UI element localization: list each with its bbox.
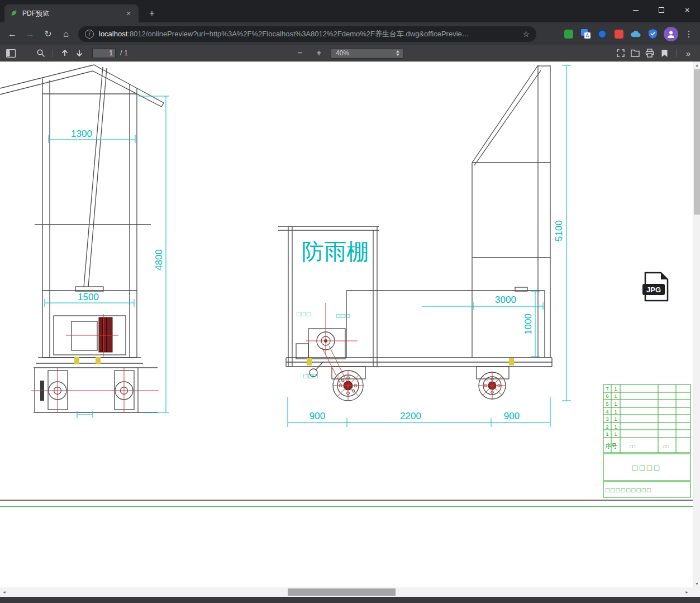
dim-label-1300: 1300	[71, 129, 92, 139]
dim-label-4800: 4800	[154, 249, 164, 270]
page-up-icon[interactable]	[58, 46, 72, 60]
back-icon[interactable]: ←	[3, 25, 21, 43]
zoom-in-button[interactable]: +	[312, 46, 326, 60]
profile-avatar[interactable]	[664, 27, 678, 41]
browser-menu-icon[interactable]: ⋮	[681, 26, 697, 42]
zoom-select[interactable]: 40%	[331, 48, 403, 59]
zoom-out-button[interactable]: −	[293, 46, 307, 60]
extension-area: ⋮	[560, 26, 697, 42]
minimize-icon	[633, 10, 639, 11]
bom-row-qty: 1	[614, 424, 617, 430]
page-down-icon[interactable]	[72, 46, 87, 60]
extension-green-glyph	[564, 30, 573, 39]
dim-label-1500: 1500	[78, 292, 99, 302]
home-icon[interactable]: ⌂	[57, 25, 75, 43]
maximize-button[interactable]	[649, 0, 674, 20]
small-annotation-2: □□□	[336, 312, 350, 320]
scroll-up-icon[interactable]: ▲	[693, 61, 700, 69]
window-controls: ✕	[623, 0, 700, 22]
presentation-mode-icon[interactable]	[613, 46, 628, 60]
bom-row-number: 7	[606, 386, 608, 392]
pdf-toolbar-right: »	[613, 45, 696, 61]
bom-header-no: 序号	[605, 443, 617, 449]
pdf-toolbar-center: − + 40%	[293, 45, 403, 61]
search-icon[interactable]	[34, 46, 48, 60]
viewer-background-strip	[0, 597, 700, 603]
sidebar-toggle-icon[interactable]	[3, 46, 18, 60]
browser-titlebar: PDF预览 ✕ + ✕	[0, 0, 700, 22]
bom-row-number: 4	[606, 409, 608, 415]
bookmark-star-icon[interactable]: ☆	[522, 30, 530, 39]
page-number-input[interactable]	[92, 48, 116, 58]
extension-blue-glyph	[598, 30, 607, 39]
extension-icon-shield[interactable]	[644, 26, 661, 42]
scroll-down-icon[interactable]: ▼	[693, 580, 700, 587]
dim-label-5100: 5100	[554, 220, 564, 241]
extension-icon-blue-circle[interactable]	[594, 26, 611, 42]
jpg-file-icon: JPG	[642, 273, 668, 301]
tab-title: PDF预览	[22, 9, 120, 18]
bookmark-icon[interactable]	[657, 46, 672, 60]
bom-row-qty: 1	[614, 401, 617, 407]
bom-row-qty: 1	[614, 409, 617, 415]
maximize-icon	[659, 7, 664, 13]
shelter-label: 防雨棚	[302, 239, 369, 264]
dim-label-3000: 3000	[495, 295, 516, 305]
dim-label-2200: 2200	[400, 411, 421, 421]
bom-header-small-2: □□	[663, 444, 669, 449]
extension-icon-green[interactable]	[560, 26, 577, 42]
bom-row-number: 2	[606, 424, 608, 430]
close-button[interactable]: ✕	[674, 0, 700, 20]
reload-icon[interactable]: ↻	[39, 25, 57, 43]
bom-row-qty: 1	[614, 416, 617, 422]
bom-row-number: 6	[606, 393, 608, 399]
title-block-title: □□□□	[632, 463, 661, 472]
pdf-toolbar-left: / 1	[3, 45, 128, 61]
pdf-toolbar: / 1 − + 40% »	[0, 45, 700, 61]
zoom-caret-icon	[396, 50, 399, 56]
open-file-icon[interactable]	[628, 46, 642, 60]
forward-icon[interactable]: →	[21, 25, 39, 43]
url-path: :8012/onlinePreview?url=http%3A%2F%2Floc…	[127, 30, 469, 38]
title-block-footer: □□□□□□□□□	[606, 486, 652, 494]
page-total-label: / 1	[120, 49, 128, 57]
cad-drawing: 1300 1500 4800	[0, 61, 693, 587]
url-text[interactable]: localhost:8012/onlinePreview?url=http%3A…	[99, 29, 519, 39]
more-tools-button[interactable]: »	[681, 46, 696, 60]
bom-row-number: 1	[606, 431, 608, 437]
small-annotation-3: □□□	[303, 372, 318, 380]
scroll-right-icon[interactable]: ►	[683, 587, 691, 597]
bom-row-number: 5	[606, 401, 608, 407]
dim-label-900-left: 900	[309, 411, 325, 421]
bom-row-qty: 1	[614, 386, 617, 392]
jpg-badge-label: JPG	[646, 286, 661, 294]
horizontal-scroll-thumb[interactable]	[288, 588, 396, 596]
print-icon[interactable]	[642, 46, 657, 60]
extension-icon-translate[interactable]	[577, 26, 594, 42]
pdf-page: 1300 1500 4800	[0, 61, 693, 587]
vertical-scroll-thumb[interactable]	[694, 69, 700, 215]
toolbar-divider	[53, 49, 53, 58]
address-bar[interactable]: i localhost:8012/onlinePreview?url=http%…	[78, 26, 536, 42]
extension-red-glyph	[615, 30, 623, 39]
new-tab-button[interactable]: +	[145, 7, 159, 20]
minimize-button[interactable]	[623, 0, 649, 20]
small-annotation-1: □□□	[297, 310, 312, 318]
scroll-left-icon[interactable]: ◄	[0, 587, 8, 597]
vertical-scrollbar[interactable]: ▲ ▼	[693, 61, 700, 587]
browser-navbar: ← → ↻ ⌂ i localhost:8012/onlinePreview?u…	[0, 22, 700, 45]
bom-row-number: 3	[606, 416, 608, 422]
extension-icon-cloud[interactable]	[627, 26, 644, 42]
site-info-icon[interactable]: i	[85, 30, 94, 39]
browser-tab[interactable]: PDF预览 ✕	[4, 4, 139, 22]
toolbar-divider	[676, 49, 677, 58]
bom-row-qty: 1	[614, 431, 617, 437]
horizontal-scrollbar[interactable]: ◄ ►	[0, 587, 700, 597]
dim-label-1000: 1000	[523, 314, 534, 335]
extension-icon-red[interactable]	[611, 26, 627, 42]
bom-header-small-1: □□	[630, 444, 635, 449]
bom-row-qty: 1	[614, 393, 617, 399]
tab-favicon-leaf-icon	[10, 9, 18, 18]
tab-close-icon[interactable]: ✕	[124, 9, 133, 18]
zoom-level-value: 40%	[336, 49, 349, 57]
